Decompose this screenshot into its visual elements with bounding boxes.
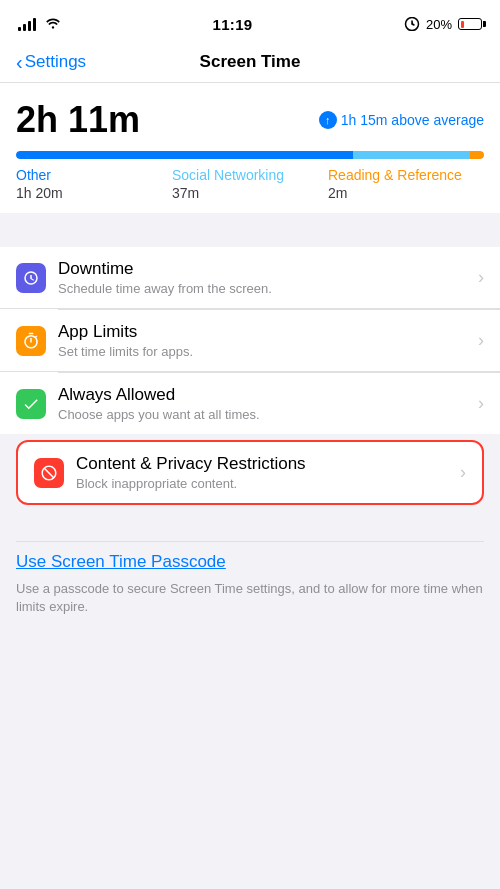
category-other-time: 1h 20m [16,185,172,201]
downtime-icon [16,263,46,293]
screen-time-summary: 2h 11m ↑ 1h 15m above average Other 1h 2… [0,83,500,213]
category-social: Social Networking 37m [172,167,328,201]
passcode-link[interactable]: Use Screen Time Passcode [16,542,484,580]
category-social-name: Social Networking [172,167,328,183]
app-limits-icon [16,326,46,356]
category-reading-time: 2m [328,185,484,201]
back-chevron-icon: ‹ [16,52,23,72]
time-header: 2h 11m ↑ 1h 15m above average [16,99,484,141]
always-allowed-subtitle: Choose apps you want at all times. [58,407,470,422]
always-allowed-icon [16,389,46,419]
back-label: Settings [25,52,86,72]
above-average: ↑ 1h 15m above average [319,111,484,129]
downtime-title: Downtime [58,259,470,279]
battery-percent: 20% [426,17,452,32]
bottom-gap [0,511,500,541]
status-time: 11:19 [213,16,253,33]
always-allowed-text: Always Allowed Choose apps you want at a… [58,385,470,422]
app-limits-title: App Limits [58,322,470,342]
downtime-item[interactable]: Downtime Schedule time away from the scr… [0,247,500,309]
battery-icon [458,18,482,30]
content-privacy-icon [34,458,64,488]
progress-bar [16,151,484,159]
app-limits-subtitle: Set time limits for apps. [58,344,470,359]
progress-orange [470,151,484,159]
nav-bar: ‹ Settings Screen Time [0,44,500,83]
passcode-section: Use Screen Time Passcode Use a passcode … [0,541,500,636]
app-limits-item[interactable]: App Limits Set time limits for apps. › [0,310,500,372]
always-allowed-title: Always Allowed [58,385,470,405]
arrow-up-icon: ↑ [319,111,337,129]
category-social-time: 37m [172,185,328,201]
category-reading-name: Reading & Reference [328,167,484,183]
downtime-text: Downtime Schedule time away from the scr… [58,259,470,296]
content-privacy-item[interactable]: Content & Privacy Restrictions Block ina… [18,442,482,503]
category-reading: Reading & Reference 2m [328,167,484,201]
wifi-icon [45,17,61,32]
total-time: 2h 11m [16,99,140,141]
app-limits-text: App Limits Set time limits for apps. [58,322,470,359]
section-break-1 [0,213,500,247]
always-allowed-item[interactable]: Always Allowed Choose apps you want at a… [0,373,500,434]
content-privacy-title: Content & Privacy Restrictions [76,454,452,474]
downtime-subtitle: Schedule time away from the screen. [58,281,470,296]
content-privacy-text: Content & Privacy Restrictions Block ina… [76,454,452,491]
app-limits-chevron-icon: › [478,330,484,351]
rotation-lock-icon [404,17,420,31]
always-allowed-chevron-icon: › [478,393,484,414]
status-left [18,17,61,32]
back-button[interactable]: ‹ Settings [16,52,86,72]
status-bar: 11:19 20% [0,0,500,44]
categories: Other 1h 20m Social Networking 37m Readi… [16,167,484,201]
signal-icon [18,17,36,31]
privacy-section: Content & Privacy Restrictions Block ina… [0,434,500,511]
page-title: Screen Time [200,52,301,72]
passcode-description: Use a passcode to secure Screen Time set… [16,580,484,636]
progress-blue [16,151,353,159]
settings-list: Downtime Schedule time away from the scr… [0,247,500,434]
category-other: Other 1h 20m [16,167,172,201]
progress-teal [353,151,470,159]
privacy-highlight-border: Content & Privacy Restrictions Block ina… [16,440,484,505]
downtime-chevron-icon: › [478,267,484,288]
status-right: 20% [404,17,482,32]
above-average-text: 1h 15m above average [341,112,484,128]
category-other-name: Other [16,167,172,183]
content-privacy-chevron-icon: › [460,462,466,483]
content-privacy-subtitle: Block inappropriate content. [76,476,452,491]
